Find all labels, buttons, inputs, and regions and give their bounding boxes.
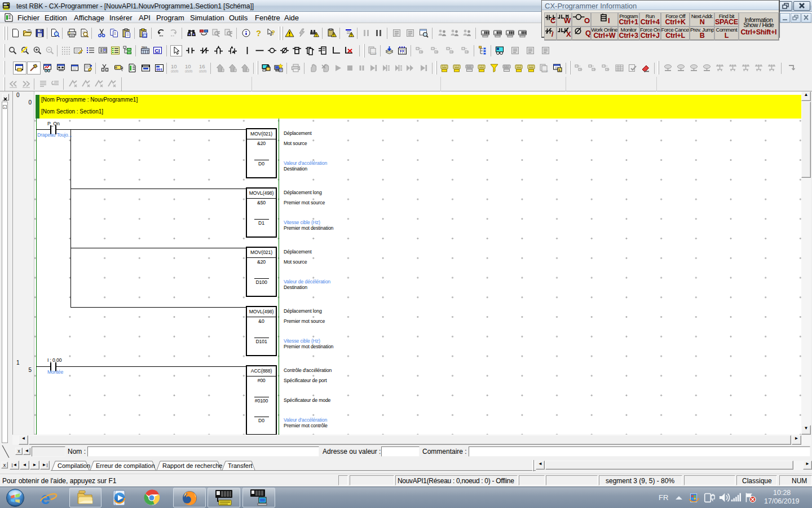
svg-text:I: I bbox=[608, 16, 610, 24]
svg-text:Erreur de compilation: Erreur de compilation bbox=[96, 462, 155, 469]
svg-text:/: / bbox=[551, 30, 554, 37]
svg-text:Q: Q bbox=[585, 29, 590, 37]
svg-text:Transfert: Transfert bbox=[228, 462, 253, 469]
svg-text:X: X bbox=[566, 30, 571, 37]
svg-text:C: C bbox=[550, 16, 556, 24]
svg-text:Compilation: Compilation bbox=[58, 462, 90, 469]
svg-text:W: W bbox=[564, 16, 571, 24]
svg-text:O: O bbox=[584, 16, 590, 24]
svg-text:Rapport de recherche: Rapport de recherche bbox=[162, 462, 222, 469]
svg-text:e: e bbox=[41, 489, 50, 506]
